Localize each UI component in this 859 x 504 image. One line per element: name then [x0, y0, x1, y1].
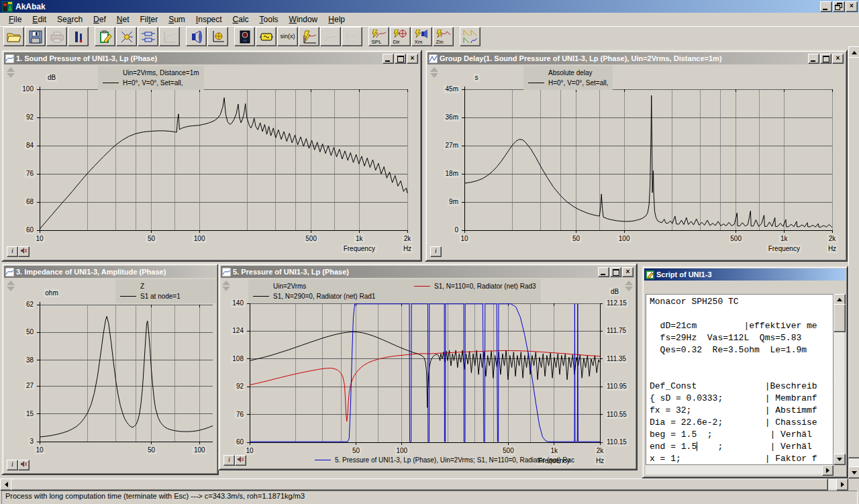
y-scale-spinner-left[interactable]	[222, 281, 231, 293]
close-icon[interactable]: ×	[832, 54, 844, 64]
y-scale-spinner[interactable]	[7, 67, 15, 79]
window-pressure[interactable]: 5. Pressure of UNI1-3, Lp (Phase) × 1401…	[218, 263, 638, 470]
window-titlebar[interactable]: Group Delay(1. Sound Pressure of UNI1-3,…	[427, 52, 845, 64]
script-line: dD=21cm |effektiver me	[650, 320, 833, 332]
window-group-delay[interactable]: Group Delay(1. Sound Pressure of UNI1-3,…	[425, 50, 848, 262]
tick-label: 500	[501, 447, 515, 455]
dir-button[interactable]: Dir	[390, 27, 411, 46]
window-impedance[interactable]: 3. Impedance of UNI1-3, Amplitude (Phase…	[1, 263, 219, 475]
chart-window-icon	[5, 54, 14, 63]
close-icon[interactable]: ×	[622, 267, 634, 277]
minimize-icon[interactable]	[383, 54, 394, 64]
menu-file[interactable]: File	[3, 13, 27, 26]
close-icon[interactable]: ×	[846, 1, 858, 12]
plot-tool-disabled-button[interactable]	[159, 27, 180, 46]
legend-line-sample	[103, 83, 119, 83]
maximize-icon[interactable]	[820, 54, 831, 64]
menu-tools[interactable]: Tools	[254, 13, 284, 26]
script-editor[interactable]: Monacor SPH250 TC dD=21cm |effektiver me…	[646, 294, 833, 465]
vscroll-thumb[interactable]	[848, 57, 859, 458]
scroll-left-icon[interactable]	[2, 482, 8, 487]
akabak-application: { "app": { "title": "AkAbak" }, "icons":…	[0, 0, 859, 504]
menu-inspect[interactable]: Inspect	[191, 13, 228, 26]
menu-filter[interactable]: Filter	[134, 13, 163, 26]
spectrum-button[interactable]	[299, 27, 319, 46]
menu-help[interactable]: Help	[323, 13, 350, 26]
curve-set-button[interactable]	[460, 27, 481, 46]
editor-vscrollbar[interactable]	[833, 294, 844, 465]
save-button[interactable]	[25, 27, 46, 46]
script-line: { sD = 0.0333; | Membranf	[650, 393, 833, 405]
xm-button[interactable]: Xm	[411, 27, 432, 46]
app-titlebar[interactable]: AkAbak ×	[0, 0, 859, 13]
menu-calc[interactable]: Calc	[228, 13, 254, 26]
mdi-hscrollbar[interactable]	[0, 478, 848, 489]
sound-mute-button[interactable]	[18, 246, 30, 257]
filter-network-button[interactable]	[138, 27, 158, 46]
legend-line-sample-black	[253, 296, 269, 297]
restore-icon[interactable]	[833, 1, 845, 12]
info-button[interactable]: i	[7, 246, 18, 257]
driver-button[interactable]	[186, 27, 207, 46]
window-titlebar[interactable]: 1. Sound Pressure of UNI1-3, Lp (Phase) …	[4, 52, 419, 64]
zin-button[interactable]: Zin	[433, 27, 454, 46]
maximize-icon[interactable]	[395, 54, 406, 64]
sound-mute-button[interactable]	[18, 460, 30, 470]
sin-function-button[interactable]: sin(x)	[277, 27, 298, 46]
legend-line-sample-blue	[315, 460, 331, 460]
source-button[interactable]	[256, 27, 276, 46]
window-titlebar[interactable]: Script of UNI1-3	[644, 268, 846, 281]
info-button[interactable]: i	[430, 246, 442, 257]
edit-script-button[interactable]	[95, 27, 115, 46]
vscroll-thumb[interactable]	[833, 304, 846, 332]
menu-net[interactable]: Net	[111, 13, 135, 26]
measurement-button[interactable]	[68, 27, 89, 46]
menu-sum[interactable]: Sum	[163, 13, 191, 26]
menu-edit[interactable]: Edit	[27, 13, 52, 26]
y-scale-spinner[interactable]	[430, 67, 439, 79]
mdi-vscrollbar[interactable]	[848, 46, 859, 478]
spl-button[interactable]: SPL	[368, 27, 389, 46]
spectrum-disabled-button[interactable]	[320, 27, 341, 46]
minimize-icon[interactable]	[820, 1, 832, 12]
window-script[interactable]: Script of UNI1-3 Monacor SPH250 TC dD=21…	[642, 266, 848, 478]
scroll-down-icon[interactable]	[837, 458, 842, 464]
menu-window[interactable]: Window	[284, 13, 323, 26]
minimize-icon[interactable]	[808, 54, 819, 64]
scroll-right-icon[interactable]	[841, 482, 847, 487]
scroll-up-icon[interactable]	[837, 295, 842, 301]
close-icon[interactable]: ×	[407, 54, 418, 64]
scroll-right-icon[interactable]	[826, 468, 832, 473]
menu-search[interactable]: Search	[52, 13, 88, 26]
scroll-up-icon[interactable]	[852, 48, 857, 54]
spl-chart: 1009284766860dB10501005001k2kFrequencyHz	[4, 64, 419, 259]
editor-hscrollbar[interactable]	[646, 465, 833, 474]
window-titlebar[interactable]: 3. Impedance of UNI1-3, Amplitude (Phase…	[4, 266, 216, 278]
print-button[interactable]	[46, 27, 67, 46]
tick-label: 111.75	[605, 327, 627, 335]
open-file-button[interactable]	[3, 27, 24, 46]
sound-mute-button[interactable]	[235, 455, 246, 466]
loudspeaker-box-button[interactable]	[234, 27, 255, 46]
chart-footer-legend: 5. Pressure of UNI1-3, Lp (Phase), Uin=2…	[315, 456, 574, 464]
y-scale-spinner[interactable]	[7, 281, 15, 293]
menu-def[interactable]: Def	[88, 13, 111, 26]
y-scale-spinner-right[interactable]	[625, 281, 634, 293]
tick-label: 76	[25, 170, 35, 178]
info-button[interactable]: i	[7, 460, 18, 470]
chart-legend: Z S1 at node=1	[115, 279, 216, 303]
scroll-down-icon[interactable]	[852, 471, 857, 477]
window-sound-pressure[interactable]: 1. Sound Pressure of UNI1-3, Lp (Phase) …	[1, 50, 422, 262]
window-titlebar[interactable]: 5. Pressure of UNI1-3, Lp (Phase) ×	[221, 266, 635, 278]
tick-label: 18m	[444, 170, 460, 178]
maximize-icon[interactable]	[610, 267, 621, 277]
diagram-axes-button[interactable]	[207, 27, 228, 46]
minimize-icon[interactable]	[598, 267, 609, 277]
net-node-button[interactable]	[116, 27, 137, 46]
plot2-disabled-button[interactable]	[342, 27, 362, 46]
info-button[interactable]: i	[223, 455, 235, 466]
curve-icon	[163, 30, 176, 44]
chart-legend: Absolute delay H=0°, V=0°, Set=all,	[523, 66, 613, 90]
hscroll-thumb[interactable]	[11, 478, 828, 491]
tick-label: 2k	[403, 235, 413, 243]
